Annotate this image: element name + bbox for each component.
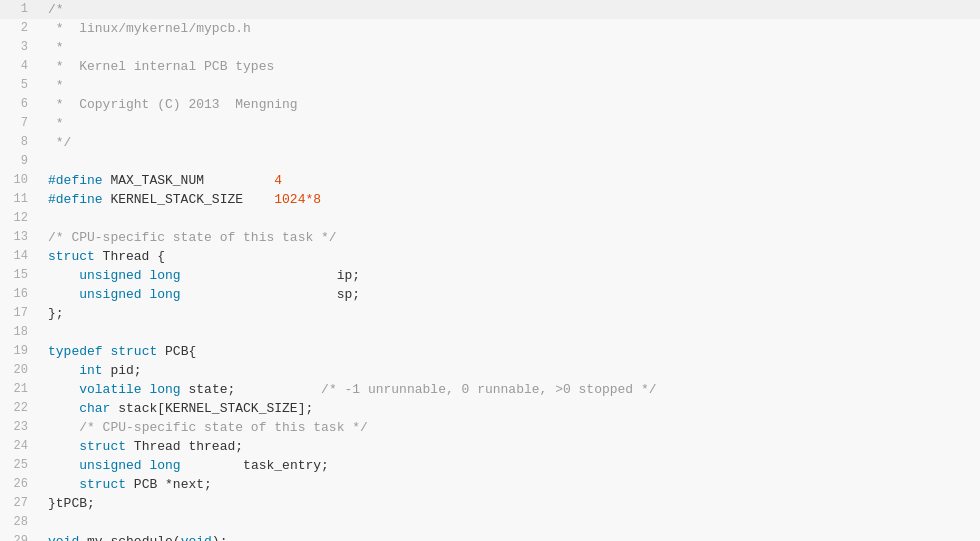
line-content: void my_schedule(void); <box>38 532 980 541</box>
code-line: 25 unsigned long task_entry; <box>0 456 980 475</box>
line-number: 4 <box>0 57 38 76</box>
line-content: unsigned long sp; <box>38 285 980 304</box>
line-content: struct Thread thread; <box>38 437 980 456</box>
line-number: 20 <box>0 361 38 380</box>
line-content: /* <box>38 0 980 19</box>
code-line: 29void my_schedule(void); <box>0 532 980 541</box>
line-number: 7 <box>0 114 38 133</box>
line-number: 8 <box>0 133 38 152</box>
line-content: * Kernel internal PCB types <box>38 57 980 76</box>
code-line: 13/* CPU-specific state of this task */ <box>0 228 980 247</box>
line-content: * <box>38 114 980 133</box>
line-number: 15 <box>0 266 38 285</box>
code-line: 7 * <box>0 114 980 133</box>
line-content <box>38 513 980 532</box>
line-number: 1 <box>0 0 38 19</box>
code-line: 4 * Kernel internal PCB types <box>0 57 980 76</box>
code-line: 26 struct PCB *next; <box>0 475 980 494</box>
code-line: 27}tPCB; <box>0 494 980 513</box>
line-number: 27 <box>0 494 38 513</box>
code-line: 15 unsigned long ip; <box>0 266 980 285</box>
line-content: unsigned long task_entry; <box>38 456 980 475</box>
code-line: 20 int pid; <box>0 361 980 380</box>
code-line: 21 volatile long state; /* -1 unrunnable… <box>0 380 980 399</box>
line-number: 14 <box>0 247 38 266</box>
line-number: 6 <box>0 95 38 114</box>
line-content: * <box>38 38 980 57</box>
line-number: 23 <box>0 418 38 437</box>
line-number: 22 <box>0 399 38 418</box>
code-line: 1/* <box>0 0 980 19</box>
code-line: 14struct Thread { <box>0 247 980 266</box>
line-number: 28 <box>0 513 38 532</box>
code-line: 17}; <box>0 304 980 323</box>
line-content: unsigned long ip; <box>38 266 980 285</box>
line-number: 26 <box>0 475 38 494</box>
line-content: * linux/mykernel/mypcb.h <box>38 19 980 38</box>
line-content: typedef struct PCB{ <box>38 342 980 361</box>
line-number: 3 <box>0 38 38 57</box>
line-number: 17 <box>0 304 38 323</box>
code-line: 10#define MAX_TASK_NUM 4 <box>0 171 980 190</box>
line-content: */ <box>38 133 980 152</box>
line-number: 16 <box>0 285 38 304</box>
code-line: 5 * <box>0 76 980 95</box>
code-line: 19typedef struct PCB{ <box>0 342 980 361</box>
line-content: }tPCB; <box>38 494 980 513</box>
line-number: 13 <box>0 228 38 247</box>
line-number: 2 <box>0 19 38 38</box>
line-content: * <box>38 76 980 95</box>
line-content: * Copyright (C) 2013 Mengning <box>38 95 980 114</box>
line-content <box>38 323 980 342</box>
line-content: char stack[KERNEL_STACK_SIZE]; <box>38 399 980 418</box>
code-line: 6 * Copyright (C) 2013 Mengning <box>0 95 980 114</box>
code-line: 2 * linux/mykernel/mypcb.h <box>0 19 980 38</box>
code-line: 3 * <box>0 38 980 57</box>
code-line: 9 <box>0 152 980 171</box>
line-content: #define KERNEL_STACK_SIZE 1024*8 <box>38 190 980 209</box>
line-content <box>38 209 980 228</box>
code-line: 12 <box>0 209 980 228</box>
line-content: }; <box>38 304 980 323</box>
code-line: 11#define KERNEL_STACK_SIZE 1024*8 <box>0 190 980 209</box>
line-content: /* CPU-specific state of this task */ <box>38 418 980 437</box>
line-number: 18 <box>0 323 38 342</box>
line-number: 24 <box>0 437 38 456</box>
code-line: 23 /* CPU-specific state of this task */ <box>0 418 980 437</box>
line-number: 19 <box>0 342 38 361</box>
line-number: 10 <box>0 171 38 190</box>
code-editor: 1/*2 * linux/mykernel/mypcb.h3 *4 * Kern… <box>0 0 980 541</box>
code-line: 24 struct Thread thread; <box>0 437 980 456</box>
code-line: 28 <box>0 513 980 532</box>
line-number: 9 <box>0 152 38 171</box>
code-line: 22 char stack[KERNEL_STACK_SIZE]; <box>0 399 980 418</box>
code-line: 16 unsigned long sp; <box>0 285 980 304</box>
code-line: 8 */ <box>0 133 980 152</box>
line-content: struct PCB *next; <box>38 475 980 494</box>
line-number: 11 <box>0 190 38 209</box>
line-content: /* CPU-specific state of this task */ <box>38 228 980 247</box>
line-number: 29 <box>0 532 38 541</box>
line-content: volatile long state; /* -1 unrunnable, 0… <box>38 380 980 399</box>
line-content: #define MAX_TASK_NUM 4 <box>38 171 980 190</box>
line-number: 21 <box>0 380 38 399</box>
line-content: struct Thread { <box>38 247 980 266</box>
line-content <box>38 152 980 171</box>
line-number: 5 <box>0 76 38 95</box>
line-number: 12 <box>0 209 38 228</box>
line-content: int pid; <box>38 361 980 380</box>
line-number: 25 <box>0 456 38 475</box>
code-line: 18 <box>0 323 980 342</box>
